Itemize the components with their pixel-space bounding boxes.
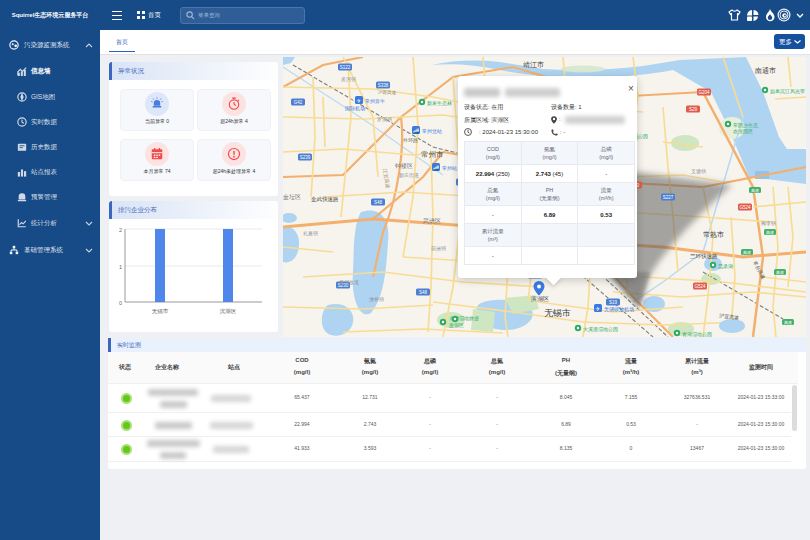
svg-text:孟河镇: 孟河镇 xyxy=(340,76,356,83)
svg-text:S48: S48 xyxy=(374,200,383,205)
svg-text:✈: ✈ xyxy=(596,306,601,312)
svg-text:滨湖区: 滨湖区 xyxy=(531,295,549,302)
svg-text:支塘镇: 支塘镇 xyxy=(691,168,706,175)
svg-text:农业园区: 农业园区 xyxy=(733,128,753,135)
svg-text:黄河故道: 黄河故道 xyxy=(339,279,359,286)
svg-text:无锡硕放机场: 无锡硕放机场 xyxy=(604,306,634,313)
svg-text:三环快速路: 三环快速路 xyxy=(690,253,718,259)
svg-text:度假区: 度假区 xyxy=(449,322,464,329)
svg-text:S29: S29 xyxy=(689,107,698,112)
svg-text:G42: G42 xyxy=(294,100,303,105)
svg-text:青湖湿地公园: 青湖湿地公园 xyxy=(682,331,712,338)
svg-text:金武快速路: 金武快速路 xyxy=(311,196,339,202)
svg-text:2: 2 xyxy=(119,227,122,233)
svg-text:G524: G524 xyxy=(739,205,751,210)
svg-text:0: 0 xyxy=(119,300,122,306)
svg-text:礼嘉镇: 礼嘉镇 xyxy=(303,230,318,237)
svg-text:S122: S122 xyxy=(340,65,351,70)
svg-text:🚄: 🚄 xyxy=(413,127,420,135)
svg-text:梅李镇: 梅李镇 xyxy=(761,220,776,227)
svg-text:S19: S19 xyxy=(609,300,618,305)
svg-text:南通市: 南通市 xyxy=(755,66,776,74)
svg-text:S227: S227 xyxy=(663,195,674,200)
svg-text:🚄: 🚄 xyxy=(433,164,440,172)
svg-text:常州市: 常州市 xyxy=(421,150,444,159)
svg-text:靖江市: 靖江市 xyxy=(523,60,544,69)
svg-text:1: 1 xyxy=(119,264,122,270)
svg-text:高速: 高速 xyxy=(784,320,792,325)
svg-text:滨湖区: 滨湖区 xyxy=(220,308,237,315)
svg-text:如皋滨江风光带: 如皋滨江风光带 xyxy=(770,88,805,95)
svg-text:S338: S338 xyxy=(378,83,389,88)
svg-text:罗溪镇: 罗溪镇 xyxy=(377,116,392,123)
svg-text:外环路: 外环路 xyxy=(403,137,418,143)
svg-text:常州奔牛: 常州奔牛 xyxy=(365,98,385,104)
svg-text:新发生态林: 新发生态林 xyxy=(427,100,452,106)
svg-text:常州站: 常州站 xyxy=(442,165,457,171)
svg-text:高速: 高速 xyxy=(766,230,774,235)
svg-text:国际机场: 国际机场 xyxy=(345,105,365,112)
svg-text:前洲镇: 前洲镇 xyxy=(431,245,446,252)
svg-text:漕桥镇: 漕桥镇 xyxy=(369,296,384,303)
svg-text:S48: S48 xyxy=(419,290,428,295)
svg-text:大溪港湿地公园: 大溪港湿地公园 xyxy=(583,326,618,333)
svg-text:✈: ✈ xyxy=(357,98,362,104)
svg-text:高速: 高速 xyxy=(751,188,759,193)
svg-text:S239: S239 xyxy=(300,155,311,160)
svg-text:钟楼区: 钟楼区 xyxy=(394,162,413,169)
svg-text:金坛区: 金坛区 xyxy=(283,193,301,200)
svg-text:昆承湖: 昆承湖 xyxy=(718,263,733,270)
svg-text:无锡市: 无锡市 xyxy=(544,308,571,318)
svg-text:G524: G524 xyxy=(694,284,706,289)
svg-text:沪蓉高速: 沪蓉高速 xyxy=(378,90,397,95)
svg-text:高速: 高速 xyxy=(743,250,751,255)
svg-text:无锡市: 无锡市 xyxy=(152,308,169,315)
svg-text:常州北站: 常州北站 xyxy=(422,128,442,135)
svg-text:高速: 高速 xyxy=(776,270,784,275)
svg-text:常熟市: 常熟市 xyxy=(703,230,724,239)
svg-text:G204: G204 xyxy=(698,90,710,95)
svg-text:新庄街道: 新庄街道 xyxy=(399,172,419,179)
svg-text:武进区: 武进区 xyxy=(423,217,441,225)
